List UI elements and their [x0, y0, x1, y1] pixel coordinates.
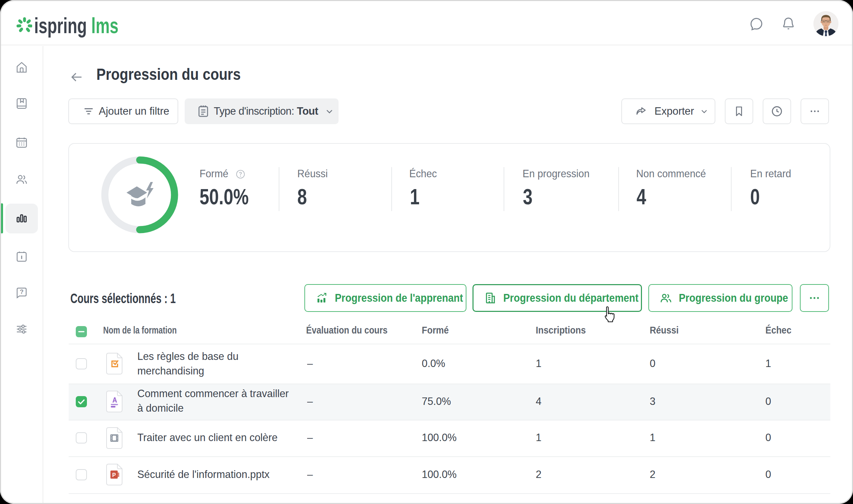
- svg-text:?: ?: [20, 288, 23, 295]
- svg-text:P: P: [112, 472, 116, 478]
